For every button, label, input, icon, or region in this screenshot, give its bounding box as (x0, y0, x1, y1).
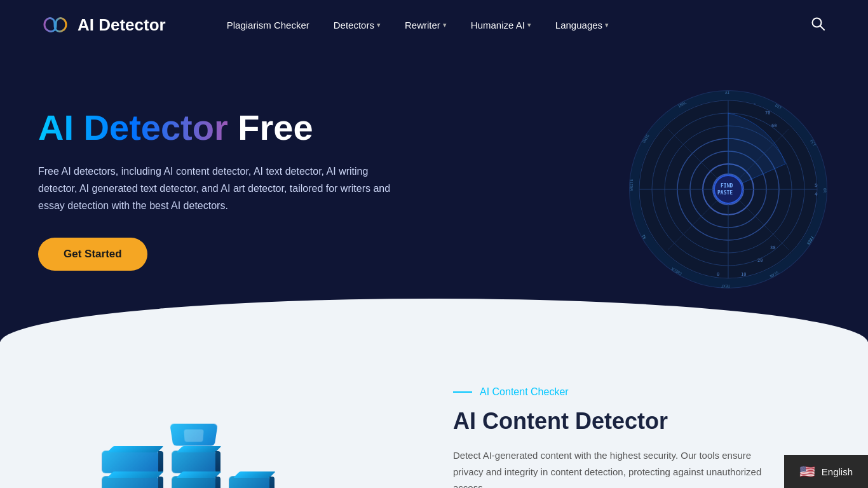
section-label: AI Content Checker (453, 386, 830, 398)
svg-text:20: 20 (757, 258, 763, 263)
nav-humanize-ai[interactable]: Humanize AI ▾ (461, 15, 541, 36)
hero-section: AI Detector Free Free AI detectors, incl… (0, 50, 868, 342)
section-label-text: AI Content Checker (480, 386, 569, 398)
main-header: AI Detector Plagiarism Checker Detectors… (0, 0, 868, 50)
search-button[interactable] (806, 11, 830, 39)
section-description: Detect AI-generated content with the hig… (453, 447, 783, 488)
svg-text:WRITE: WRITE (629, 179, 634, 191)
stack-2 (102, 451, 159, 488)
chevron-down-icon: ▾ (605, 21, 609, 29)
language-label: English (822, 466, 853, 477)
stack-4 (229, 476, 270, 488)
svg-line-2 (820, 26, 824, 30)
nav-plagiarism-checker[interactable]: Plagiarism Checker (217, 15, 320, 36)
svg-text:60: 60 (771, 123, 776, 128)
stack-3 (172, 424, 216, 488)
hero-title-white: Free (228, 107, 313, 147)
right-content: AI Content Checker AI Content Detector D… (453, 380, 830, 488)
svg-text:TEXT: TEXT (721, 284, 730, 288)
chevron-down-icon: ▾ (377, 21, 381, 29)
hero-radar-image: 100 90 80 70 60 50 40 30 20 10 0 FIND PA… (627, 88, 830, 291)
chevron-down-icon: ▾ (527, 21, 531, 29)
search-icon (811, 17, 825, 30)
chevron-down-icon: ▾ (443, 21, 447, 29)
nav-languages[interactable]: Languages ▾ (545, 15, 619, 36)
svg-text:70: 70 (765, 111, 770, 116)
main-nav: Plagiarism Checker Detectors ▾ Rewriter … (217, 15, 806, 36)
section-title: AI Content Detector (453, 408, 830, 435)
hero-title-gradient: AI Detector (38, 107, 228, 147)
svg-text:AI: AI (725, 90, 730, 95)
stacks-illustration (38, 380, 415, 488)
svg-text:0: 0 (717, 272, 719, 277)
svg-text:30: 30 (770, 245, 775, 250)
nav-rewriter[interactable]: Rewriter ▾ (395, 15, 457, 36)
nav-detectors[interactable]: Detectors ▾ (323, 15, 391, 36)
svg-text:10: 10 (741, 272, 746, 277)
section-label-line (453, 391, 472, 393)
svg-text:FIND: FIND (721, 183, 733, 189)
logo-text: AI Detector (78, 15, 166, 35)
svg-text:OR: OR (823, 188, 827, 193)
hero-description: Free AI detectors, including AI content … (38, 163, 407, 215)
language-widget[interactable]: 🇺🇸 English (784, 455, 868, 488)
svg-text:PASTE: PASTE (717, 190, 733, 196)
content-section: AI Content Checker AI Content Detector D… (0, 342, 868, 488)
logo-icon (38, 8, 71, 41)
get-started-button[interactable]: Get Started (38, 238, 147, 271)
logo-area[interactable]: AI Detector (38, 8, 166, 41)
hero-title: AI Detector Free (38, 108, 407, 147)
svg-point-26 (714, 175, 742, 203)
hero-content: AI Detector Free Free AI detectors, incl… (38, 108, 407, 270)
flag-icon: 🇺🇸 (799, 464, 815, 479)
